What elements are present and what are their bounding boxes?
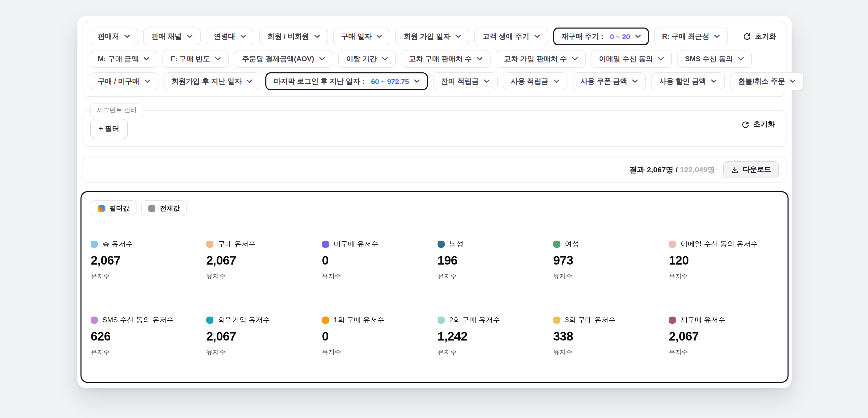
filter-chip[interactable]: 회원 가입 일자: [396, 28, 469, 46]
metric-label: 남성: [449, 240, 464, 249]
metric-header: 총 유저수: [91, 240, 200, 249]
metric-unit-label: 유저수: [438, 348, 547, 357]
filter-chip[interactable]: F: 구매 빈도: [162, 50, 229, 68]
metric-color-dot-icon: [669, 241, 676, 248]
filter-chip[interactable]: 이메일 수신 동의: [591, 50, 672, 68]
filter-chip-value: 0 ~ 20: [610, 32, 630, 40]
segment-reset-button[interactable]: 초기화: [739, 118, 778, 131]
download-label: 다운로드: [743, 165, 771, 174]
filter-chip[interactable]: 고객 생애 주기: [474, 28, 548, 46]
filter-chip-label: 사용 적립금: [511, 77, 548, 86]
filter-chip[interactable]: 사용 쿠폰 금액: [572, 72, 646, 90]
metric-card: 총 유저수 2,067 유저수: [91, 240, 200, 281]
metric-card: 이메일 수신 동의 유저수 120 유저수: [669, 240, 778, 281]
filter-chip[interactable]: SMS 수신 동의: [677, 50, 752, 68]
filter-chip[interactable]: 판매처: [90, 28, 138, 46]
metric-color-dot-icon: [322, 317, 329, 324]
metric-card: 여성 973 유저수: [553, 240, 663, 281]
metric-value: 338: [553, 329, 663, 344]
filter-chip-label: 판매처: [98, 32, 119, 41]
metric-card: 구매 유저수 2,067 유저수: [206, 240, 316, 281]
chevron-down-icon: [572, 57, 578, 61]
metric-unit-label: 유저수: [669, 348, 778, 357]
metrics-grid: 총 유저수 2,067 유저수 구매 유저수 2,067 유저수 미구매 유저수…: [91, 240, 778, 357]
metric-color-dot-icon: [438, 317, 445, 324]
filter-chip-label: 교차 가입 판매처 수: [504, 54, 567, 63]
chevron-down-icon: [241, 35, 246, 38]
filter-chip-label: M: 구매 금액: [98, 54, 138, 63]
filter-chip[interactable]: R: 구매 최근성: [654, 28, 728, 46]
chevron-down-icon: [314, 35, 320, 38]
metric-value: 120: [669, 253, 778, 268]
tab-filtered-values[interactable]: 필터값: [91, 200, 136, 216]
chevron-down-icon: [215, 57, 221, 61]
all-values-icon: [148, 205, 155, 212]
metric-card: 2회 구매 유저수 1,242 유저수: [438, 316, 547, 357]
chevron-down-icon: [414, 80, 420, 83]
metric-value: 973: [553, 253, 663, 268]
filter-chip[interactable]: 잔여 적립금: [433, 72, 498, 90]
tab-filtered-values-label: 필터값: [110, 204, 129, 213]
metric-color-dot-icon: [553, 317, 560, 324]
filter-chip-label: 판매 채널: [151, 32, 182, 41]
results-bar: 결과 2,067명 / 122,049명 다운로드: [83, 156, 786, 183]
filter-chip[interactable]: 구매 / 미구매: [90, 72, 158, 90]
filter-chip[interactable]: 판매 채널: [143, 28, 201, 46]
chevron-down-icon: [554, 80, 559, 83]
refresh-icon: [742, 121, 749, 128]
filter-chip-label: R: 구매 최근성: [662, 32, 709, 41]
add-filter-button[interactable]: + 필터: [90, 119, 128, 139]
filter-chip[interactable]: 마지막 로그인 후 지난 일자 :60 ~ 972.75: [266, 72, 428, 90]
metric-value: 1,242: [438, 329, 547, 344]
metric-color-dot-icon: [206, 241, 213, 248]
metric-unit-label: 유저수: [91, 272, 200, 281]
filter-chip[interactable]: 재구매 주기 :0 ~ 20: [553, 28, 649, 46]
filter-chip[interactable]: 사용 적립금: [502, 72, 567, 90]
download-icon: [731, 166, 739, 174]
metric-value: 2,067: [91, 253, 200, 268]
filter-chip[interactable]: 교차 가입 판매처 수: [496, 50, 586, 68]
metric-card: 남성 196 유저수: [438, 240, 547, 281]
results-count: 결과 2,067명 / 122,049명: [629, 165, 715, 175]
results-total-count: 122,049명: [680, 165, 715, 174]
filter-chip[interactable]: 회원 / 비회원: [259, 28, 328, 46]
filter-reset-button[interactable]: 초기화: [740, 30, 779, 43]
metric-value: 196: [438, 253, 547, 268]
metric-color-dot-icon: [553, 241, 560, 248]
segment-builder-card: 판매처 판매 채널 연령대 회원 / 비회원 구매 일자 회원 가입 일자 고객…: [78, 16, 792, 388]
filter-chip[interactable]: 이탈 기간: [338, 50, 396, 68]
filter-chip[interactable]: 회원가입 후 지난 일자: [163, 72, 260, 90]
filter-chip-label: 구매 / 미구매: [98, 77, 139, 86]
metric-header: 남성: [438, 240, 547, 249]
filter-chip[interactable]: M: 구매 금액: [90, 50, 157, 68]
metric-value: 2,067: [206, 253, 316, 268]
filter-bar: 판매처 판매 채널 연령대 회원 / 비회원 구매 일자 회원 가입 일자 고객…: [83, 21, 786, 97]
tab-all-values[interactable]: 전체값: [141, 200, 187, 216]
metric-header: 1회 구매 유저수: [322, 316, 431, 325]
filter-chip[interactable]: 연령대: [206, 28, 254, 46]
filter-chip[interactable]: 교차 구매 판매처 수: [401, 50, 491, 68]
filter-chip[interactable]: 구매 일자: [333, 28, 391, 46]
filter-chip-label: 주문당 결제금액(AOV): [242, 54, 314, 63]
filter-chip[interactable]: 사용 할인 금액: [651, 72, 725, 90]
metric-label: 이메일 수신 동의 유저수: [681, 240, 758, 249]
metric-value: 0: [322, 329, 431, 344]
metric-card: 재구매 유저수 2,067 유저수: [669, 316, 778, 357]
chevron-down-icon: [377, 35, 382, 38]
filter-chip[interactable]: 환불/취소 주문: [730, 72, 804, 90]
download-button[interactable]: 다운로드: [723, 161, 779, 178]
chevron-down-icon: [632, 80, 638, 83]
metric-color-dot-icon: [91, 241, 98, 248]
chevron-down-icon: [477, 57, 483, 61]
metric-header: 재구매 유저수: [669, 316, 778, 325]
metric-header: 여성: [553, 240, 663, 249]
metric-color-dot-icon: [438, 241, 445, 248]
filter-chip-label: 재구매 주기 :: [561, 32, 603, 41]
metric-header: 회원가입 유저수: [206, 316, 316, 325]
tab-all-values-label: 전체값: [160, 204, 180, 213]
filtered-values-icon: [98, 205, 105, 212]
page-stage: 판매처 판매 채널 연령대 회원 / 비회원 구매 일자 회원 가입 일자 고객…: [0, 16, 868, 418]
filter-reset-label: 초기화: [755, 32, 776, 41]
chevron-down-icon: [484, 80, 489, 83]
filter-chip[interactable]: 주문당 결제금액(AOV): [234, 50, 333, 68]
